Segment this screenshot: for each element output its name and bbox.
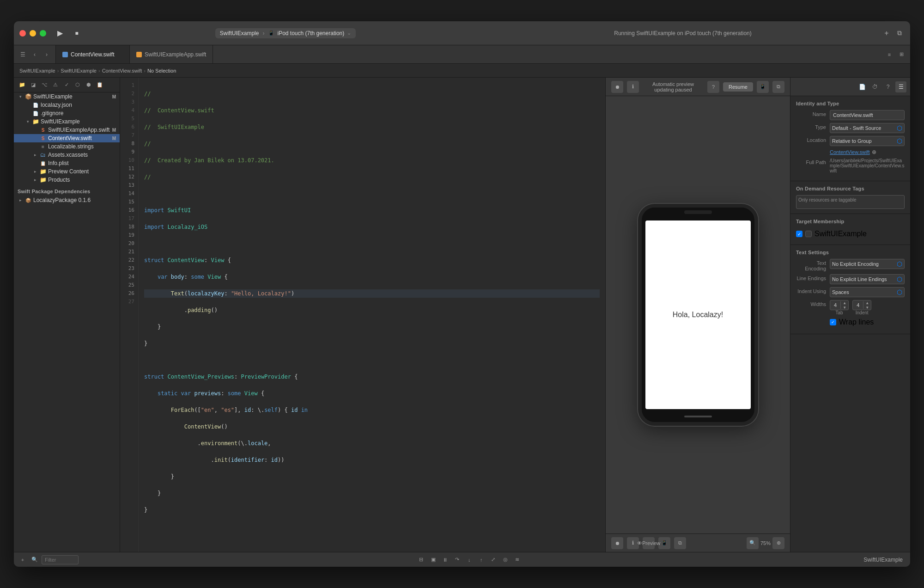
diff-btn[interactable]: ◪ bbox=[29, 80, 38, 90]
add-file-btn[interactable]: + bbox=[18, 555, 28, 565]
tabbar-right: ≡ ⊞ bbox=[881, 45, 910, 63]
test-btn[interactable]: ✓ bbox=[62, 80, 71, 90]
maximize-button[interactable] bbox=[40, 30, 46, 37]
close-button[interactable] bbox=[19, 30, 26, 37]
phone-mockup: Hola, Localazy! bbox=[638, 204, 758, 426]
no-arrow-8: ▸ bbox=[32, 178, 38, 182]
breadcrumb-2[interactable]: ContentView.swift bbox=[102, 68, 142, 74]
inspector-clock-btn[interactable]: ⏱ bbox=[869, 81, 881, 92]
zoom-in-btn[interactable]: ⊕ bbox=[772, 537, 784, 549]
zoom-out-btn[interactable]: 🔍 bbox=[747, 537, 759, 549]
ln-22: 22 bbox=[120, 256, 138, 264]
editor-pane[interactable]: 1 2 3 4 5 6 7 8 9 10 11 12 13 14 15 16 1 bbox=[120, 78, 605, 552]
sidebar-item-assets[interactable]: ▸ 🗂 Assets.xcassets bbox=[14, 151, 120, 159]
console-btn[interactable]: ▣ bbox=[428, 555, 438, 565]
breakpoint-btn[interactable]: ⬢ bbox=[84, 80, 93, 90]
inspector-list-btn[interactable]: ☰ bbox=[895, 81, 906, 92]
minimize-button[interactable] bbox=[30, 30, 36, 37]
identity-type-title: Identity and Type bbox=[796, 101, 905, 106]
pause-btn[interactable]: ⏸ bbox=[440, 555, 450, 565]
type-dropdown[interactable]: Default - Swift Source ⬡ bbox=[830, 123, 905, 133]
package-icon: 📦 bbox=[25, 197, 31, 203]
preview-bottom-duplicate[interactable]: ⧉ bbox=[674, 537, 686, 549]
preview-bottom-live[interactable]: ⏺ bbox=[611, 537, 623, 549]
wrap-checkbox[interactable]: ✓ bbox=[830, 319, 836, 325]
sidebar-item-infoplist[interactable]: 📋 Info.plist bbox=[14, 159, 120, 167]
sidebar-item-appswift[interactable]: S SwiftUIExampleApp.swift M bbox=[14, 126, 120, 134]
endings-label: Line Endings bbox=[796, 274, 826, 281]
breadcrumb-1[interactable]: SwiftUIExample bbox=[61, 68, 97, 74]
navigator-forward[interactable]: › bbox=[42, 49, 52, 60]
code-line-26: } bbox=[144, 506, 600, 514]
file-link[interactable]: ContentView.swift bbox=[830, 149, 870, 155]
sidebar-item-gitignore[interactable]: 📄 .gitignore bbox=[14, 109, 120, 117]
sidebar-item-swiftuiexample-folder[interactable]: ▾ 📁 SwiftUIExample bbox=[14, 117, 120, 126]
indent-increment[interactable]: ▲ bbox=[863, 300, 871, 305]
folder-icon-btn[interactable]: 📁 bbox=[18, 80, 27, 90]
target-checkbox[interactable]: ✓ bbox=[796, 231, 802, 237]
sidebar-item-project[interactable]: ▾ 📦 SwiftUIExample M bbox=[14, 92, 120, 101]
indent-stepper[interactable]: 4 ▲ ▼ bbox=[852, 300, 871, 310]
play-button[interactable]: ▶ bbox=[54, 27, 67, 40]
add-button[interactable]: + bbox=[881, 28, 892, 38]
filter-input[interactable] bbox=[42, 555, 79, 564]
location-btn[interactable]: ◎ bbox=[500, 555, 511, 565]
preview-bottom-device[interactable]: 📱 bbox=[658, 537, 670, 549]
filter-icon-btn[interactable]: 🔍 bbox=[30, 555, 40, 565]
indent-dropdown[interactable]: Spaces ⬡ bbox=[830, 287, 905, 297]
sidebar-item-products[interactable]: ▸ 📁 Products bbox=[14, 176, 120, 184]
ln-23: 23 bbox=[120, 264, 138, 273]
step-out-btn[interactable]: ↑ bbox=[476, 555, 486, 565]
share-btn[interactable]: ⤢ bbox=[488, 555, 498, 565]
inspector-help-btn[interactable]: ? bbox=[882, 81, 894, 92]
tab-appswift[interactable]: SwiftUIExampleApp.swift bbox=[130, 45, 213, 63]
encoding-dropdown[interactable]: No Explicit Encoding ⬡ bbox=[830, 259, 905, 269]
preview-device-btn[interactable]: 📱 bbox=[757, 81, 769, 93]
name-input[interactable] bbox=[830, 110, 905, 120]
run-target[interactable]: SwiftUIExample › 📱 iPod touch (7th gener… bbox=[215, 28, 356, 38]
ln-4: 4 bbox=[120, 106, 138, 115]
sidebar-item-localizable[interactable]: ≡ Localizable.strings bbox=[14, 142, 120, 151]
branch-btn[interactable]: ⌥ bbox=[40, 80, 49, 90]
file-browse-btn[interactable]: ⊕ bbox=[872, 149, 876, 155]
sidebar-item-localazy-package[interactable]: ▸ 📦 LocalazyPackage 0.1.6 bbox=[14, 196, 120, 204]
preview-bottom-preview[interactable]: 👁 Preview bbox=[643, 537, 655, 549]
debug-btn[interactable]: ⬡ bbox=[73, 80, 82, 90]
navigator-back[interactable]: ‹ bbox=[30, 49, 40, 60]
tab-contentview[interactable]: ContentView.swift bbox=[56, 45, 130, 63]
expand-arrow: ▾ bbox=[18, 94, 23, 99]
sidebar-item-localazy-json[interactable]: 📄 localazy.json bbox=[14, 101, 120, 109]
preview-duplicate-btn[interactable]: ⧉ bbox=[772, 81, 784, 93]
preview-inspect-btn[interactable]: ℹ bbox=[627, 81, 639, 93]
tab-decrement[interactable]: ▼ bbox=[841, 305, 848, 310]
tab-increment[interactable]: ▲ bbox=[841, 300, 848, 305]
preview-info-icon[interactable]: ? bbox=[707, 81, 719, 93]
code-content[interactable]: // // ContentView.swift // SwiftUIExampl… bbox=[139, 78, 605, 552]
inspector-file-btn[interactable]: 📄 bbox=[857, 81, 868, 92]
step-in-btn[interactable]: ↓ bbox=[464, 555, 474, 565]
preview-live-btn[interactable]: ⏺ bbox=[611, 81, 623, 93]
target-checkbox-2[interactable] bbox=[805, 231, 812, 237]
simulate-btn[interactable]: ≋ bbox=[512, 555, 523, 565]
resume-button[interactable]: Resume bbox=[723, 82, 753, 92]
debug-panel-btn[interactable]: ⊟ bbox=[416, 555, 426, 565]
text-settings-title: Text Settings bbox=[796, 250, 905, 255]
sidebar-item-preview-content[interactable]: ▸ 📁 Preview Content bbox=[14, 167, 120, 176]
indent-decrement[interactable]: ▼ bbox=[863, 305, 871, 310]
editor-options[interactable]: ≡ bbox=[884, 49, 894, 60]
issue-btn[interactable]: ⚠ bbox=[51, 80, 60, 90]
breadcrumb-0[interactable]: SwiftUIExample bbox=[19, 68, 55, 74]
report-btn[interactable]: 📋 bbox=[95, 80, 104, 90]
inspector-toggle[interactable]: ⊞ bbox=[896, 49, 906, 60]
location-dropdown[interactable]: Relative to Group ⬡ bbox=[830, 136, 905, 146]
editor-layout-button[interactable]: ⧉ bbox=[894, 28, 905, 38]
stop-button[interactable]: ■ bbox=[70, 27, 83, 40]
sidebar-toggle[interactable]: ☰ bbox=[18, 49, 28, 60]
tab-stepper[interactable]: 4 ▲ ▼ bbox=[830, 300, 849, 310]
step-over-btn[interactable]: ↷ bbox=[452, 555, 462, 565]
tag-area[interactable]: Only resources are taggable bbox=[796, 195, 905, 209]
tabs: ContentView.swift SwiftUIExampleApp.swif… bbox=[56, 45, 881, 63]
endings-dropdown[interactable]: No Explicit Line Endings ⬡ bbox=[830, 274, 905, 284]
code-area[interactable]: 1 2 3 4 5 6 7 8 9 10 11 12 13 14 15 16 1 bbox=[120, 78, 605, 552]
sidebar-item-contentview[interactable]: S ContentView.swift M bbox=[14, 134, 120, 142]
